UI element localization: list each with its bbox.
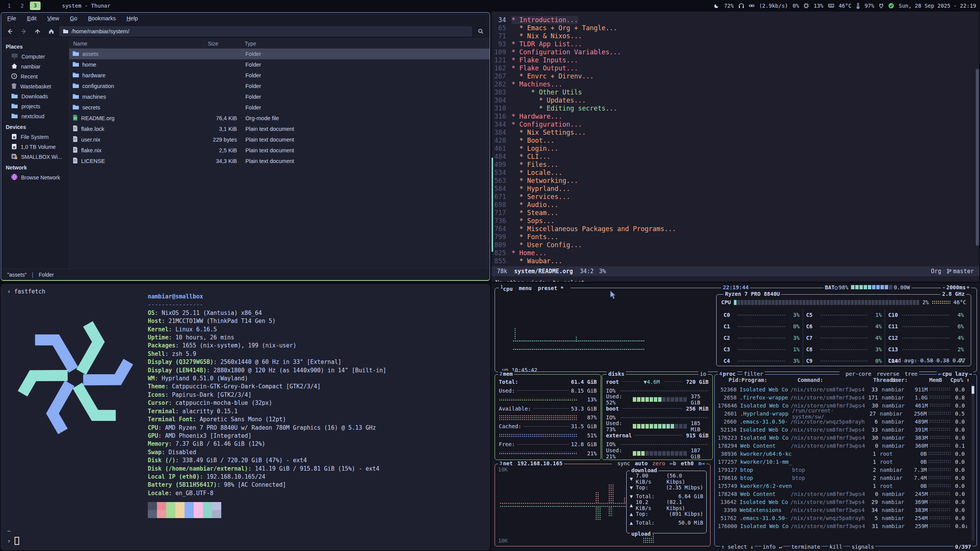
file-row-assets[interactable]: assetsFolder xyxy=(69,49,490,59)
sidebar-item-projects[interactable]: projects xyxy=(1,101,69,111)
process-row-51762[interactable]: 51762.emacs-31.0.50-/nix/store/wnqz5pa8r… xyxy=(718,514,970,522)
file-row-hardware[interactable]: hardwareFolder xyxy=(69,70,490,81)
cpu-tab-preset[interactable]: preset * xyxy=(538,285,564,291)
org-heading-line[interactable]: 534 * Locale... xyxy=(492,169,979,177)
sort-prev-arrow[interactable]: ← xyxy=(938,371,941,377)
sidebar-item-wastebasket[interactable]: Wastebasket xyxy=(1,82,69,91)
forward-button[interactable] xyxy=(18,26,29,36)
file-row-readme-org[interactable]: README.org76,4 KiBOrg-mode file xyxy=(69,113,490,124)
process-row-52134[interactable]: 52134Isolated Web Co/nix/store/sm8fmrf3w… xyxy=(718,425,970,434)
menu-bookmarks[interactable]: Bookmarks xyxy=(88,15,116,21)
org-heading-line[interactable]: 764 * Miscellaneous Packages and Program… xyxy=(492,225,979,233)
proc-header-pid[interactable]: Pid: xyxy=(718,377,742,383)
process-row-52368[interactable]: 52368Isolated Web Co/nix/store/sm8fmrf3w… xyxy=(718,385,970,393)
net-tab[interactable]: 3net192.168.10.165 xyxy=(498,460,564,466)
process-row-2601[interactable]: 2601.Hyprland-wrapp/run/current-system/s… xyxy=(718,409,970,417)
proc-filter[interactable]: filter xyxy=(742,371,765,377)
home-button[interactable] xyxy=(46,26,57,36)
net-control-sync[interactable]: sync xyxy=(617,460,630,466)
file-row-license[interactable]: LICENSE34,3 KiBPlain text document xyxy=(69,156,490,166)
org-heading-line[interactable]: 799 * Fonts... xyxy=(492,233,979,241)
sidebar-item-nambiar[interactable]: nambiar xyxy=(1,62,69,72)
file-row-flake-lock[interactable]: flake.lock3,1 KiBPlain text document xyxy=(69,124,490,134)
org-heading-line[interactable]: 34* Introduction... xyxy=(492,16,979,24)
org-heading-line[interactable]: 428 * Boot... xyxy=(492,137,979,145)
proc-action-info[interactable]: info ↵ xyxy=(761,544,783,550)
org-heading-line[interactable]: 809 * User Config... xyxy=(492,241,979,249)
proc-tab[interactable]: 4proc xyxy=(718,371,737,377)
menu-go[interactable]: Go xyxy=(70,15,77,21)
org-heading-line[interactable]: 584 * Hyprland... xyxy=(492,185,979,193)
search-button[interactable] xyxy=(474,26,487,36)
net-control-eth0[interactable]: eth0 xyxy=(681,460,694,466)
org-heading-line[interactable]: 65 * Emacs + Org + Tangle... xyxy=(492,24,979,32)
process-row-2660[interactable]: 2660.emacs-31.0.50-/nix/store/wnqz5pa8ra… xyxy=(718,417,970,425)
org-heading-line[interactable]: 384 * Nix Settings... xyxy=(492,129,979,137)
proc-header-command[interactable]: Command: xyxy=(797,377,873,383)
path-bar[interactable]: /home/nambiar/system/ xyxy=(59,26,472,36)
interval-minus[interactable]: - xyxy=(942,284,946,290)
proc-sort-selector[interactable]: ← cpu lazy → xyxy=(937,371,973,377)
file-row-home[interactable]: homeFolder xyxy=(69,59,490,70)
interval-plus[interactable]: + xyxy=(967,284,970,290)
proc-scrollbar-track[interactable] xyxy=(972,385,974,541)
process-row-176000[interactable]: 176000Isolated Web Co/nix/store/sm8fmrf3… xyxy=(718,522,970,530)
sidebar-item-computer[interactable]: Computer xyxy=(1,52,69,62)
workspace-2[interactable]: 2 xyxy=(17,2,28,10)
org-heading-line[interactable]: 316* Hardware... xyxy=(492,112,979,121)
net-control-n[interactable]: n→ xyxy=(698,460,705,466)
emacs-scrollbar[interactable] xyxy=(976,69,979,246)
org-heading-line[interactable]: 344* Configuration... xyxy=(492,121,979,129)
proc-action-signals[interactable]: signals xyxy=(850,544,875,550)
file-row-configuration[interactable]: configurationFolder xyxy=(69,81,490,91)
workspace-1[interactable]: 1 xyxy=(4,2,15,10)
net-control-zero[interactable]: zero xyxy=(652,460,665,466)
org-heading-line[interactable]: 484 * CLI... xyxy=(492,153,979,161)
file-row-user-nix[interactable]: user.nix229 bytesPlain text document xyxy=(69,134,490,145)
update-interval-control[interactable]: - 2000ms + xyxy=(941,284,971,290)
proc-header-threads[interactable]: Threads: xyxy=(873,377,892,383)
net-control-b[interactable]: ←b xyxy=(670,460,676,466)
proc-action-select[interactable]: ↑ select ↓ xyxy=(720,544,755,550)
process-row-13642[interactable]: 13642Isolated Web Co/nix/store/sm8fmrf3w… xyxy=(718,498,970,506)
process-row-2658[interactable]: 2658.firefox-wrappe/nix/store/sm8fmrf3wp… xyxy=(718,393,970,401)
org-heading-line[interactable]: 109* Configuration Variables... xyxy=(492,48,979,56)
process-row-178248[interactable]: 178248Web Content/nix/store/sm8fmrf3wps4… xyxy=(718,490,970,498)
sidebar-item-file-system[interactable]: File System xyxy=(1,132,69,142)
org-heading-line[interactable]: 304 * Updates... xyxy=(492,96,979,104)
process-row-179127[interactable]: 179127btopbtop2nambiar7.3M0.0 xyxy=(718,466,970,474)
process-row-176223[interactable]: 176223Isolated Web Co/nix/store/sm8fmrf3… xyxy=(718,434,970,442)
io-tab[interactable]: io xyxy=(698,371,708,377)
org-heading-line[interactable]: 162* Flake Output... xyxy=(492,64,979,72)
menu-view[interactable]: View xyxy=(47,15,59,21)
menu-edit[interactable]: Edit xyxy=(27,15,36,21)
file-row-machines[interactable]: machinesFolder xyxy=(69,91,490,102)
menu-file[interactable]: File xyxy=(7,15,16,21)
proc-header-user[interactable]: User: xyxy=(892,377,924,383)
org-heading-line[interactable]: 93* TLDR App List... xyxy=(492,40,979,48)
org-heading-line[interactable]: 121* Flake Inputs... xyxy=(492,56,979,64)
proc-control-per-core[interactable]: per-core xyxy=(846,371,871,377)
org-heading-line[interactable]: 855 * Waubar... xyxy=(492,257,979,265)
process-row-178294[interactable]: 178294Web Content/nix/store/sm8fmrf3wps4… xyxy=(718,442,970,450)
process-row-3390[interactable]: 3390WebExtensions/nix/store/sm8fmrf3wps4… xyxy=(718,506,970,514)
sidebar-item-recent[interactable]: Recent xyxy=(1,72,69,82)
column-header-name[interactable]: Name xyxy=(69,39,204,48)
column-header-size[interactable]: Size xyxy=(204,39,241,48)
workspace-3[interactable]: 3 xyxy=(30,2,41,10)
org-heading-line[interactable]: 71 * Nix & Nixos... xyxy=(492,32,979,40)
org-heading-line[interactable]: 736 * Sops... xyxy=(492,217,979,225)
sidebar-item-downloads[interactable]: Downloads xyxy=(1,91,69,101)
org-heading-line[interactable]: 671 * Services... xyxy=(492,193,979,201)
sidebar-item-1-0-tb-volume[interactable]: 1,0 TB Volume xyxy=(1,142,69,152)
menu-help[interactable]: Help xyxy=(126,15,138,21)
process-row-178616[interactable]: 178616btopbtop2nambiar7.4M0.0 xyxy=(718,474,970,482)
sidebar-item-browse-network[interactable]: Browse Network xyxy=(1,173,69,183)
sort-next-arrow[interactable]: → xyxy=(969,371,972,377)
proc-header-program[interactable]: Program: xyxy=(742,377,797,383)
back-button[interactable] xyxy=(4,26,16,36)
disks-tab[interactable]: disks xyxy=(607,371,626,377)
proc-action-kill[interactable]: kill xyxy=(828,544,844,550)
sidebar-item-nextcloud[interactable]: nextcloud xyxy=(1,111,69,121)
file-row-secrets[interactable]: secretsFolder xyxy=(69,102,490,113)
